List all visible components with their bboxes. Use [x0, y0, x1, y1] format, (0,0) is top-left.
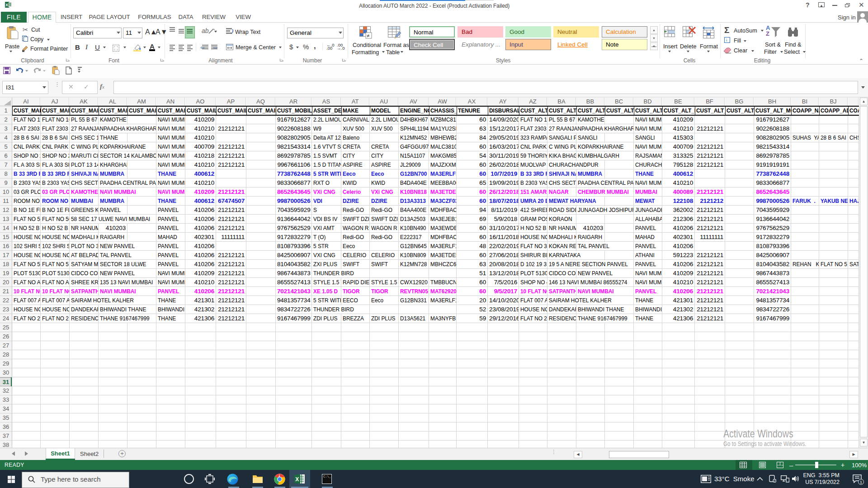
svg-text:X: X — [295, 476, 299, 483]
svg-text:X: X — [5, 3, 8, 7]
svg-text:≠: ≠ — [367, 33, 369, 38]
